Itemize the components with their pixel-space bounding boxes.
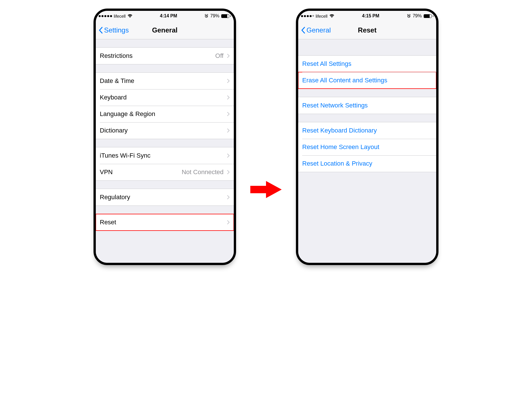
cell-reset-keyboard-dictionary[interactable]: Reset Keyboard Dictionary: [298, 122, 436, 139]
cell-language-region[interactable]: Language & Region: [96, 106, 234, 122]
chevron-right-icon: [227, 95, 230, 100]
cell-label: Regulatory: [100, 194, 130, 201]
settings-list: Restrictions Off Date & Time Keyboard La…: [96, 39, 234, 263]
cell-label: Keyboard: [100, 94, 127, 101]
cell-label: Reset All Settings: [302, 60, 351, 68]
cell-dictionary[interactable]: Dictionary: [96, 122, 234, 139]
cell-label: Restrictions: [100, 52, 133, 60]
nav-bar: Settings General: [96, 21, 234, 39]
chevron-right-icon: [227, 195, 230, 200]
reset-options-list: Reset All Settings Erase All Content and…: [298, 39, 436, 263]
signal-dots-icon: [99, 15, 112, 17]
cell-label: Reset Keyboard Dictionary: [302, 127, 377, 134]
cell-erase-all-content[interactable]: Erase All Content and Settings: [298, 72, 436, 89]
cell-regulatory[interactable]: Regulatory: [96, 189, 234, 205]
cell-label: Reset: [100, 219, 116, 226]
nav-bar: General Reset: [298, 21, 436, 39]
cell-label: Dictionary: [100, 127, 128, 134]
cell-reset-network[interactable]: Reset Network Settings: [298, 97, 436, 114]
cell-label: VPN: [100, 168, 113, 176]
cell-restrictions[interactable]: Restrictions Off: [96, 48, 234, 64]
svg-marker-1: [250, 181, 282, 198]
back-button[interactable]: Settings: [99, 26, 129, 34]
flow-arrow-icon: [250, 180, 282, 200]
cell-vpn[interactable]: VPN Not Connected: [96, 164, 234, 180]
wifi-icon: [127, 14, 133, 18]
cell-reset-all-settings[interactable]: Reset All Settings: [298, 56, 436, 72]
status-bar: lifecell 4:15 PM 79%: [298, 11, 436, 21]
cell-label: Reset Location & Privacy: [302, 160, 372, 167]
battery-pct-label: 79%: [413, 13, 422, 19]
chevron-right-icon: [227, 112, 230, 116]
cell-label: Erase All Content and Settings: [302, 77, 387, 84]
left-phone-general: lifecell 4:14 PM 79% Settings General: [94, 9, 236, 265]
chevron-left-icon: [99, 27, 103, 34]
chevron-right-icon: [227, 54, 230, 58]
clock-label: 4:14 PM: [160, 13, 177, 19]
cell-date-time[interactable]: Date & Time: [96, 73, 234, 89]
cell-reset-location-privacy[interactable]: Reset Location & Privacy: [298, 155, 436, 172]
cell-reset-home-screen[interactable]: Reset Home Screen Layout: [298, 139, 436, 155]
cell-label: Reset Home Screen Layout: [302, 143, 379, 151]
alarm-icon: [204, 14, 208, 18]
battery-pct-label: 79%: [210, 13, 219, 19]
carrier-label: lifecell: [114, 14, 126, 19]
alarm-icon: [407, 14, 411, 18]
battery-icon: [221, 14, 231, 18]
cell-itunes-wifi-sync[interactable]: iTunes Wi-Fi Sync: [96, 147, 234, 164]
carrier-label: lifecell: [316, 14, 328, 19]
clock-label: 4:15 PM: [362, 13, 379, 19]
chevron-right-icon: [227, 170, 230, 174]
chevron-left-icon: [301, 27, 305, 34]
cell-value: Not Connected: [182, 168, 224, 176]
back-label: Settings: [104, 26, 129, 34]
cell-label: Language & Region: [100, 110, 155, 118]
cell-label: Date & Time: [100, 77, 134, 85]
chevron-right-icon: [227, 153, 230, 158]
status-bar: lifecell 4:14 PM 79%: [96, 11, 234, 21]
wifi-icon: [329, 14, 334, 18]
battery-icon: [424, 14, 434, 18]
cell-reset[interactable]: Reset: [96, 214, 234, 231]
back-button[interactable]: General: [301, 26, 331, 34]
cell-label: iTunes Wi-Fi Sync: [100, 152, 151, 159]
chevron-right-icon: [227, 79, 230, 83]
cell-label: Reset Network Settings: [302, 102, 368, 109]
cell-keyboard[interactable]: Keyboard: [96, 89, 234, 106]
chevron-right-icon: [227, 220, 230, 225]
signal-dots-icon: [301, 15, 314, 17]
back-label: General: [306, 26, 331, 34]
cell-value: Off: [215, 52, 224, 60]
right-phone-reset: lifecell 4:15 PM 79% General Reset: [296, 9, 438, 265]
chevron-right-icon: [227, 128, 230, 133]
